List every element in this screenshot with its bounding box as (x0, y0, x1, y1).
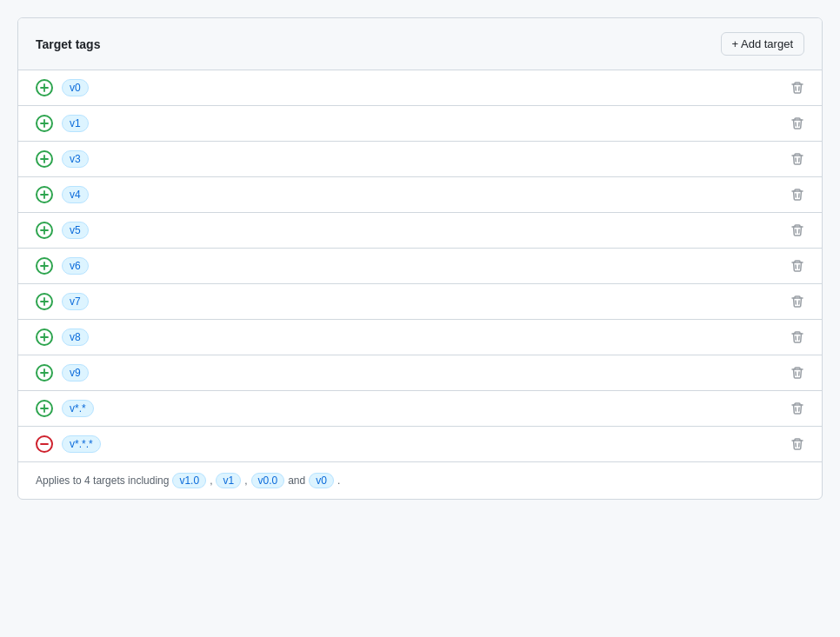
footer-comma-2: , (244, 474, 247, 487)
tag-row: v*.* (18, 391, 822, 427)
delete-button[interactable] (790, 188, 804, 202)
tag-row-left: v7 (36, 293, 89, 310)
plus-icon[interactable] (36, 257, 53, 275)
tag-badge: v5 (62, 222, 89, 239)
tag-row-left: v8 (36, 328, 89, 346)
plus-icon[interactable] (36, 364, 53, 382)
delete-button[interactable] (790, 330, 804, 344)
plus-icon[interactable] (36, 293, 53, 310)
tag-row-left: v5 (36, 222, 89, 239)
minus-icon[interactable] (36, 435, 53, 453)
footer-badge-v0-0: v0.0 (251, 473, 285, 488)
plus-icon[interactable] (36, 400, 53, 417)
tag-row: v9 (18, 355, 822, 391)
tag-row: v8 (18, 320, 822, 355)
footer-badge-v0: v0 (309, 473, 334, 488)
panel-title: Target tags (36, 37, 100, 51)
tag-row: v4 (18, 177, 822, 213)
tag-row: v7 (18, 284, 822, 320)
tag-row-left: v1 (36, 115, 89, 132)
tag-row: v0 (18, 70, 822, 106)
footer-prefix: Applies to 4 targets including (36, 474, 169, 487)
delete-button[interactable] (790, 259, 804, 273)
plus-icon[interactable] (36, 186, 53, 203)
plus-icon[interactable] (36, 115, 53, 132)
plus-icon[interactable] (36, 222, 53, 239)
plus-icon[interactable] (36, 79, 53, 96)
tag-row-left: v*.* (36, 400, 94, 417)
add-target-button[interactable]: + Add target (721, 32, 804, 56)
delete-button[interactable] (790, 223, 804, 237)
target-tags-panel: Target tags + Add target v0 v1 v3 (17, 17, 823, 500)
delete-button[interactable] (790, 401, 804, 415)
tag-row: v1 (18, 106, 822, 142)
tag-badge: v8 (62, 328, 89, 346)
tag-badge: v0 (62, 79, 89, 96)
delete-button[interactable] (790, 152, 804, 166)
tag-badge: v1 (62, 115, 89, 132)
tag-row: v3 (18, 142, 822, 177)
footer-suffix: . (337, 474, 340, 487)
tag-badge: v6 (62, 257, 89, 275)
footer-badge-v1-0: v1.0 (172, 473, 206, 488)
tag-row: v*.*.* (18, 427, 822, 461)
tag-row-left: v4 (36, 186, 89, 203)
tag-badge: v3 (62, 150, 89, 168)
tag-row-left: v3 (36, 150, 89, 168)
tag-badge: v*.*.* (62, 435, 101, 453)
delete-button[interactable] (790, 295, 804, 309)
plus-icon[interactable] (36, 328, 53, 346)
tag-row: v6 (18, 249, 822, 284)
tag-list: v0 v1 v3 (18, 70, 822, 461)
tag-row-left: v9 (36, 364, 89, 382)
delete-button[interactable] (790, 366, 804, 380)
delete-button[interactable] (790, 437, 804, 451)
tag-badge: v7 (62, 293, 89, 310)
delete-button[interactable] (790, 116, 804, 130)
tag-badge: v9 (62, 364, 89, 382)
tag-row-left: v*.*.* (36, 435, 101, 453)
footer-badge-v1: v1 (216, 473, 241, 488)
tag-row: v5 (18, 213, 822, 249)
tag-row-left: v0 (36, 79, 89, 96)
tag-badge: v4 (62, 186, 89, 203)
footer-comma-1: , (210, 474, 212, 487)
footer: Applies to 4 targets including v1.0 , v1… (18, 461, 822, 499)
tag-badge: v*.* (62, 400, 94, 417)
panel-header: Target tags + Add target (18, 18, 822, 70)
plus-icon[interactable] (36, 150, 53, 168)
delete-button[interactable] (790, 81, 804, 95)
footer-conjunction: and (288, 474, 305, 487)
tag-row-left: v6 (36, 257, 89, 275)
